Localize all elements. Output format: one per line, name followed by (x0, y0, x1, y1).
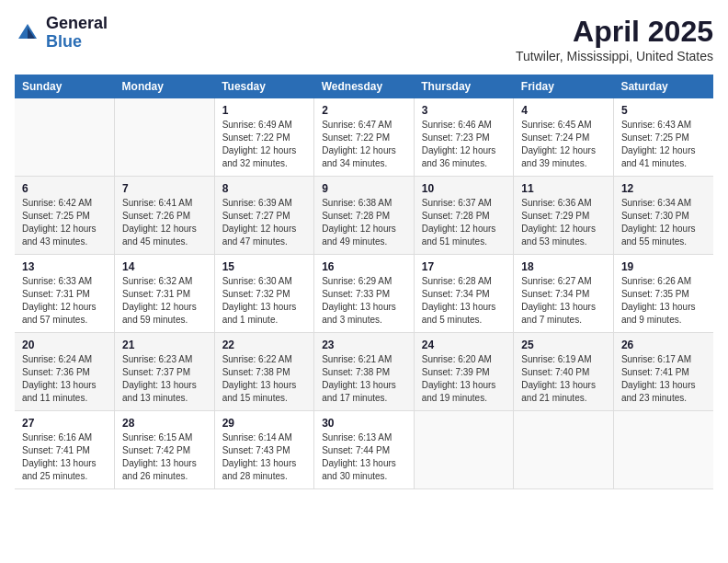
day-number: 29 (222, 417, 307, 430)
calendar-cell: 26Sunrise: 6:17 AM Sunset: 7:41 PM Dayli… (613, 333, 713, 411)
day-number: 20 (22, 339, 107, 351)
calendar-cell: 16Sunrise: 6:29 AM Sunset: 7:33 PM Dayli… (314, 255, 415, 333)
calendar-cell: 4Sunrise: 6:45 AM Sunset: 7:24 PM Daylig… (514, 98, 614, 177)
day-number: 12 (621, 182, 706, 195)
day-info: Sunrise: 6:30 AM Sunset: 7:32 PM Dayligh… (222, 275, 307, 327)
day-info: Sunrise: 6:19 AM Sunset: 7:40 PM Dayligh… (521, 353, 606, 405)
day-number: 21 (122, 339, 207, 351)
day-number: 18 (521, 260, 606, 273)
day-number: 1 (222, 104, 307, 117)
calendar-cell: 11Sunrise: 6:36 AM Sunset: 7:29 PM Dayli… (514, 177, 614, 255)
calendar-cell: 7Sunrise: 6:41 AM Sunset: 7:26 PM Daylig… (115, 177, 215, 255)
calendar-body: 1Sunrise: 6:49 AM Sunset: 7:22 PM Daylig… (15, 98, 713, 489)
day-info: Sunrise: 6:29 AM Sunset: 7:33 PM Dayligh… (322, 275, 406, 327)
day-number: 7 (122, 182, 207, 195)
logo-text: General Blue (46, 15, 108, 52)
day-info: Sunrise: 6:21 AM Sunset: 7:38 PM Dayligh… (322, 353, 406, 405)
calendar-cell: 29Sunrise: 6:14 AM Sunset: 7:43 PM Dayli… (214, 411, 314, 489)
day-info: Sunrise: 6:39 AM Sunset: 7:27 PM Dayligh… (222, 197, 307, 248)
calendar-cell: 17Sunrise: 6:28 AM Sunset: 7:34 PM Dayli… (414, 255, 514, 333)
day-number: 8 (222, 182, 307, 195)
day-info: Sunrise: 6:41 AM Sunset: 7:26 PM Dayligh… (122, 197, 207, 248)
day-info: Sunrise: 6:34 AM Sunset: 7:30 PM Dayligh… (621, 197, 706, 248)
logo: General Blue (15, 15, 108, 52)
day-number: 16 (322, 260, 406, 273)
calendar-cell: 28Sunrise: 6:15 AM Sunset: 7:42 PM Dayli… (115, 411, 215, 489)
col-monday: Monday (115, 75, 215, 98)
day-number: 26 (621, 339, 706, 351)
day-info: Sunrise: 6:46 AM Sunset: 7:23 PM Dayligh… (422, 119, 506, 170)
logo-general: General (46, 15, 108, 33)
day-number: 13 (22, 260, 107, 273)
day-info: Sunrise: 6:37 AM Sunset: 7:28 PM Dayligh… (422, 197, 506, 248)
logo-icon (15, 20, 40, 46)
col-sunday: Sunday (15, 75, 115, 98)
day-number: 4 (521, 104, 606, 117)
calendar-cell: 24Sunrise: 6:20 AM Sunset: 7:39 PM Dayli… (414, 333, 514, 411)
month-title: April 2025 (516, 15, 713, 49)
day-info: Sunrise: 6:38 AM Sunset: 7:28 PM Dayligh… (322, 197, 406, 248)
day-info: Sunrise: 6:27 AM Sunset: 7:34 PM Dayligh… (521, 275, 606, 327)
day-info: Sunrise: 6:32 AM Sunset: 7:31 PM Dayligh… (122, 275, 207, 327)
day-number: 23 (322, 339, 406, 351)
day-number: 19 (621, 260, 706, 273)
calendar-cell: 14Sunrise: 6:32 AM Sunset: 7:31 PM Dayli… (115, 255, 215, 333)
calendar-cell: 21Sunrise: 6:23 AM Sunset: 7:37 PM Dayli… (115, 333, 215, 411)
day-number: 11 (521, 182, 606, 195)
calendar-cell: 27Sunrise: 6:16 AM Sunset: 7:41 PM Dayli… (15, 411, 115, 489)
day-number: 24 (422, 339, 506, 351)
calendar-cell: 3Sunrise: 6:46 AM Sunset: 7:23 PM Daylig… (414, 98, 514, 177)
calendar-cell: 6Sunrise: 6:42 AM Sunset: 7:25 PM Daylig… (15, 177, 115, 255)
day-info: Sunrise: 6:43 AM Sunset: 7:25 PM Dayligh… (621, 119, 706, 170)
day-info: Sunrise: 6:24 AM Sunset: 7:36 PM Dayligh… (22, 353, 107, 405)
col-wednesday: Wednesday (314, 75, 415, 98)
day-info: Sunrise: 6:42 AM Sunset: 7:25 PM Dayligh… (22, 197, 107, 248)
calendar-cell: 22Sunrise: 6:22 AM Sunset: 7:38 PM Dayli… (214, 333, 314, 411)
day-info: Sunrise: 6:16 AM Sunset: 7:41 PM Dayligh… (22, 431, 107, 483)
day-info: Sunrise: 6:45 AM Sunset: 7:24 PM Dayligh… (521, 119, 606, 170)
calendar-week-row: 13Sunrise: 6:33 AM Sunset: 7:31 PM Dayli… (15, 255, 713, 333)
location-title: Tutwiler, Mississippi, United States (516, 49, 713, 63)
calendar-cell: 19Sunrise: 6:26 AM Sunset: 7:35 PM Dayli… (613, 255, 713, 333)
calendar-cell: 8Sunrise: 6:39 AM Sunset: 7:27 PM Daylig… (214, 177, 314, 255)
day-info: Sunrise: 6:23 AM Sunset: 7:37 PM Dayligh… (122, 353, 207, 405)
col-tuesday: Tuesday (214, 75, 314, 98)
calendar-cell: 9Sunrise: 6:38 AM Sunset: 7:28 PM Daylig… (314, 177, 415, 255)
day-number: 28 (122, 417, 207, 430)
day-number: 2 (322, 104, 406, 117)
calendar-cell: 15Sunrise: 6:30 AM Sunset: 7:32 PM Dayli… (214, 255, 314, 333)
day-number: 17 (422, 260, 506, 273)
day-number: 30 (322, 417, 406, 430)
header-row: Sunday Monday Tuesday Wednesday Thursday… (15, 75, 713, 98)
day-info: Sunrise: 6:33 AM Sunset: 7:31 PM Dayligh… (22, 275, 107, 327)
day-info: Sunrise: 6:36 AM Sunset: 7:29 PM Dayligh… (521, 197, 606, 248)
calendar-cell: 13Sunrise: 6:33 AM Sunset: 7:31 PM Dayli… (15, 255, 115, 333)
day-number: 9 (322, 182, 406, 195)
calendar-cell: 25Sunrise: 6:19 AM Sunset: 7:40 PM Dayli… (514, 333, 614, 411)
page-header: General Blue April 2025 Tutwiler, Missis… (15, 15, 713, 63)
calendar-header: Sunday Monday Tuesday Wednesday Thursday… (15, 75, 713, 98)
day-info: Sunrise: 6:20 AM Sunset: 7:39 PM Dayligh… (422, 353, 506, 405)
day-info: Sunrise: 6:26 AM Sunset: 7:35 PM Dayligh… (621, 275, 706, 327)
calendar-cell: 2Sunrise: 6:47 AM Sunset: 7:22 PM Daylig… (314, 98, 415, 177)
col-thursday: Thursday (414, 75, 514, 98)
day-info: Sunrise: 6:15 AM Sunset: 7:42 PM Dayligh… (122, 431, 207, 483)
day-number: 27 (22, 417, 107, 430)
day-info: Sunrise: 6:49 AM Sunset: 7:22 PM Dayligh… (222, 119, 307, 170)
day-number: 25 (521, 339, 606, 351)
calendar-cell: 30Sunrise: 6:13 AM Sunset: 7:44 PM Dayli… (314, 411, 415, 489)
calendar-cell: 5Sunrise: 6:43 AM Sunset: 7:25 PM Daylig… (613, 98, 713, 177)
calendar-cell (414, 411, 514, 489)
calendar-cell (514, 411, 614, 489)
col-friday: Friday (514, 75, 614, 98)
calendar-week-row: 20Sunrise: 6:24 AM Sunset: 7:36 PM Dayli… (15, 333, 713, 411)
day-number: 22 (222, 339, 307, 351)
calendar-table: Sunday Monday Tuesday Wednesday Thursday… (15, 75, 713, 489)
day-info: Sunrise: 6:17 AM Sunset: 7:41 PM Dayligh… (621, 353, 706, 405)
col-saturday: Saturday (613, 75, 713, 98)
calendar-cell (115, 98, 215, 177)
day-info: Sunrise: 6:47 AM Sunset: 7:22 PM Dayligh… (322, 119, 406, 170)
day-number: 10 (422, 182, 506, 195)
title-section: April 2025 Tutwiler, Mississippi, United… (516, 15, 713, 63)
calendar-week-row: 27Sunrise: 6:16 AM Sunset: 7:41 PM Dayli… (15, 411, 713, 489)
